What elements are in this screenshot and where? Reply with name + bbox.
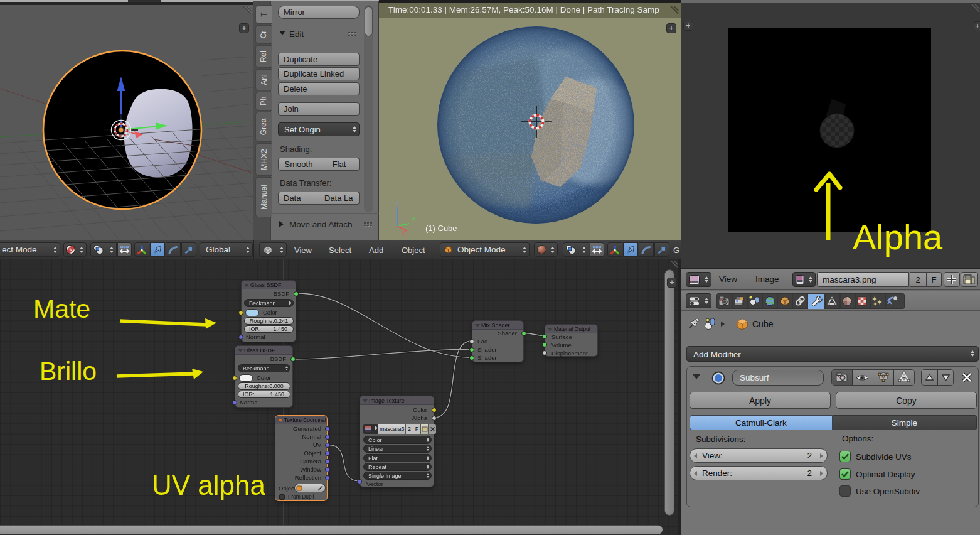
svg-text:z: z (395, 199, 399, 207)
svg-text:x: x (402, 229, 405, 236)
svg-text:y: y (412, 215, 415, 222)
